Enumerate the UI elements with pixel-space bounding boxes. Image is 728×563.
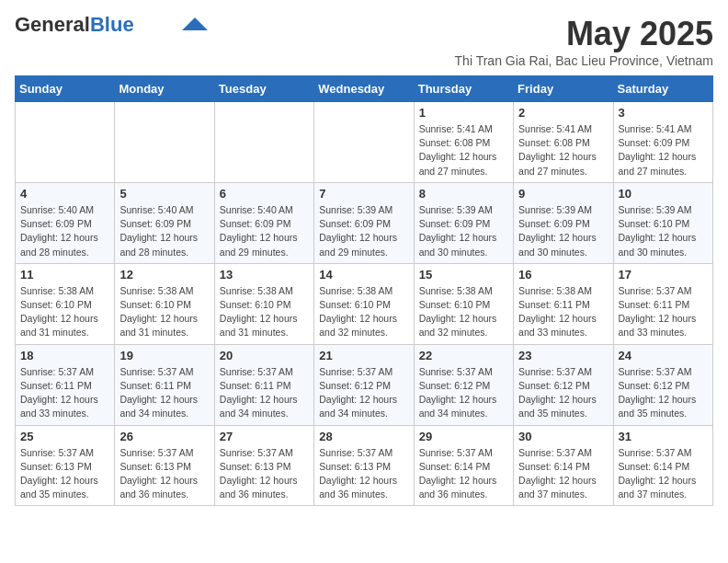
day-number: 15 [419, 268, 508, 282]
calendar-week-4: 18Sunrise: 5:37 AMSunset: 6:11 PMDayligh… [16, 344, 713, 425]
day-number: 2 [518, 106, 608, 120]
day-info: Sunrise: 5:41 AMSunset: 6:09 PMDaylight:… [619, 122, 708, 178]
day-info: Sunrise: 5:40 AMSunset: 6:09 PMDaylight:… [220, 203, 309, 259]
calendar-week-1: 1Sunrise: 5:41 AMSunset: 6:08 PMDaylight… [16, 102, 713, 183]
calendar-cell: 10Sunrise: 5:39 AMSunset: 6:10 PMDayligh… [613, 182, 712, 263]
calendar-cell: 31Sunrise: 5:37 AMSunset: 6:14 PMDayligh… [613, 425, 712, 506]
title-area: May 2025 Thi Tran Gia Rai, Bac Lieu Prov… [455, 15, 713, 68]
day-number: 23 [518, 349, 608, 362]
day-number: 14 [319, 268, 408, 282]
day-number: 4 [20, 187, 109, 201]
day-number: 3 [619, 106, 708, 120]
calendar-header-row: SundayMondayTuesdayWednesdayThursdayFrid… [16, 76, 713, 102]
calendar-cell: 19Sunrise: 5:37 AMSunset: 6:11 PMDayligh… [115, 344, 214, 425]
header: GeneralBlue May 2025 Thi Tran Gia Rai, B… [15, 15, 713, 68]
calendar-cell: 14Sunrise: 5:38 AMSunset: 6:10 PMDayligh… [314, 263, 414, 344]
calendar-cell: 7Sunrise: 5:39 AMSunset: 6:09 PMDaylight… [314, 182, 414, 263]
weekday-header-sunday: Sunday [16, 76, 115, 102]
calendar-cell: 6Sunrise: 5:40 AMSunset: 6:09 PMDaylight… [214, 182, 313, 263]
day-info: Sunrise: 5:37 AMSunset: 6:12 PMDaylight:… [619, 365, 708, 421]
day-number: 5 [119, 187, 209, 201]
calendar-cell: 26Sunrise: 5:37 AMSunset: 6:13 PMDayligh… [115, 425, 214, 506]
month-title: May 2025 [455, 15, 713, 53]
calendar-cell: 20Sunrise: 5:37 AMSunset: 6:11 PMDayligh… [214, 344, 313, 425]
day-number: 20 [220, 349, 309, 362]
weekday-header-wednesday: Wednesday [314, 76, 414, 102]
calendar-cell: 11Sunrise: 5:38 AMSunset: 6:10 PMDayligh… [16, 263, 115, 344]
logo-text: GeneralBlue [15, 15, 134, 35]
weekday-header-friday: Friday [514, 76, 613, 102]
day-number: 11 [20, 268, 109, 282]
weekday-header-monday: Monday [115, 76, 214, 102]
calendar-cell: 23Sunrise: 5:37 AMSunset: 6:12 PMDayligh… [514, 344, 613, 425]
weekday-header-tuesday: Tuesday [214, 76, 313, 102]
day-info: Sunrise: 5:37 AMSunset: 6:14 PMDaylight:… [619, 446, 708, 502]
day-number: 22 [419, 349, 508, 362]
subtitle: Thi Tran Gia Rai, Bac Lieu Province, Vie… [455, 53, 713, 68]
day-info: Sunrise: 5:37 AMSunset: 6:12 PMDaylight:… [518, 365, 608, 421]
day-number: 27 [220, 430, 309, 443]
calendar-cell: 17Sunrise: 5:37 AMSunset: 6:11 PMDayligh… [613, 263, 712, 344]
day-info: Sunrise: 5:39 AMSunset: 6:10 PMDaylight:… [619, 203, 708, 259]
day-number: 31 [619, 430, 708, 443]
day-number: 10 [619, 187, 708, 201]
day-number: 29 [419, 430, 508, 443]
day-info: Sunrise: 5:38 AMSunset: 6:10 PMDaylight:… [220, 284, 309, 340]
calendar-cell [214, 102, 313, 183]
calendar-cell: 16Sunrise: 5:38 AMSunset: 6:11 PMDayligh… [514, 263, 613, 344]
day-info: Sunrise: 5:38 AMSunset: 6:10 PMDaylight:… [119, 284, 209, 340]
day-info: Sunrise: 5:37 AMSunset: 6:11 PMDaylight:… [119, 365, 209, 421]
day-info: Sunrise: 5:37 AMSunset: 6:13 PMDaylight:… [220, 446, 309, 502]
calendar-week-2: 4Sunrise: 5:40 AMSunset: 6:09 PMDaylight… [16, 182, 713, 263]
calendar-cell: 29Sunrise: 5:37 AMSunset: 6:14 PMDayligh… [414, 425, 513, 506]
day-info: Sunrise: 5:38 AMSunset: 6:11 PMDaylight:… [518, 284, 608, 340]
day-number: 13 [220, 268, 309, 282]
calendar-cell: 2Sunrise: 5:41 AMSunset: 6:08 PMDaylight… [514, 102, 613, 183]
weekday-header-saturday: Saturday [613, 76, 712, 102]
day-info: Sunrise: 5:37 AMSunset: 6:12 PMDaylight:… [319, 365, 408, 421]
day-info: Sunrise: 5:37 AMSunset: 6:11 PMDaylight:… [619, 284, 708, 340]
calendar-cell: 22Sunrise: 5:37 AMSunset: 6:12 PMDayligh… [414, 344, 513, 425]
day-number: 30 [518, 430, 608, 443]
calendar-cell: 4Sunrise: 5:40 AMSunset: 6:09 PMDaylight… [16, 182, 115, 263]
calendar-cell: 28Sunrise: 5:37 AMSunset: 6:13 PMDayligh… [314, 425, 414, 506]
calendar-cell: 13Sunrise: 5:38 AMSunset: 6:10 PMDayligh… [214, 263, 313, 344]
calendar-cell: 15Sunrise: 5:38 AMSunset: 6:10 PMDayligh… [414, 263, 513, 344]
calendar-week-5: 25Sunrise: 5:37 AMSunset: 6:13 PMDayligh… [16, 425, 713, 506]
day-number: 24 [619, 349, 708, 362]
calendar-week-3: 11Sunrise: 5:38 AMSunset: 6:10 PMDayligh… [16, 263, 713, 344]
day-info: Sunrise: 5:37 AMSunset: 6:13 PMDaylight:… [319, 446, 408, 502]
calendar-cell: 9Sunrise: 5:39 AMSunset: 6:09 PMDaylight… [514, 182, 613, 263]
day-number: 25 [20, 430, 109, 443]
calendar: SundayMondayTuesdayWednesdayThursdayFrid… [15, 75, 713, 506]
day-info: Sunrise: 5:39 AMSunset: 6:09 PMDaylight:… [419, 203, 508, 259]
day-info: Sunrise: 5:39 AMSunset: 6:09 PMDaylight:… [518, 203, 608, 259]
day-number: 6 [220, 187, 309, 201]
day-number: 8 [419, 187, 508, 201]
day-number: 28 [319, 430, 408, 443]
calendar-cell: 18Sunrise: 5:37 AMSunset: 6:11 PMDayligh… [16, 344, 115, 425]
logo: GeneralBlue [15, 15, 208, 35]
calendar-cell: 30Sunrise: 5:37 AMSunset: 6:14 PMDayligh… [514, 425, 613, 506]
day-info: Sunrise: 5:37 AMSunset: 6:14 PMDaylight:… [419, 446, 508, 502]
day-number: 9 [518, 187, 608, 201]
day-number: 21 [319, 349, 408, 362]
day-info: Sunrise: 5:37 AMSunset: 6:13 PMDaylight:… [20, 446, 109, 502]
calendar-cell: 8Sunrise: 5:39 AMSunset: 6:09 PMDaylight… [414, 182, 513, 263]
calendar-cell [314, 102, 414, 183]
calendar-cell: 21Sunrise: 5:37 AMSunset: 6:12 PMDayligh… [314, 344, 414, 425]
calendar-cell: 1Sunrise: 5:41 AMSunset: 6:08 PMDaylight… [414, 102, 513, 183]
calendar-cell: 24Sunrise: 5:37 AMSunset: 6:12 PMDayligh… [613, 344, 712, 425]
day-number: 16 [518, 268, 608, 282]
calendar-cell [16, 102, 115, 183]
day-number: 7 [319, 187, 408, 201]
svg-marker-0 [182, 17, 208, 30]
day-info: Sunrise: 5:41 AMSunset: 6:08 PMDaylight:… [419, 122, 508, 178]
day-number: 26 [119, 430, 209, 443]
calendar-cell: 12Sunrise: 5:38 AMSunset: 6:10 PMDayligh… [115, 263, 214, 344]
calendar-cell: 3Sunrise: 5:41 AMSunset: 6:09 PMDaylight… [613, 102, 712, 183]
logo-general: General [15, 13, 90, 36]
weekday-header-thursday: Thursday [414, 76, 513, 102]
day-number: 12 [119, 268, 209, 282]
day-info: Sunrise: 5:37 AMSunset: 6:14 PMDaylight:… [518, 446, 608, 502]
